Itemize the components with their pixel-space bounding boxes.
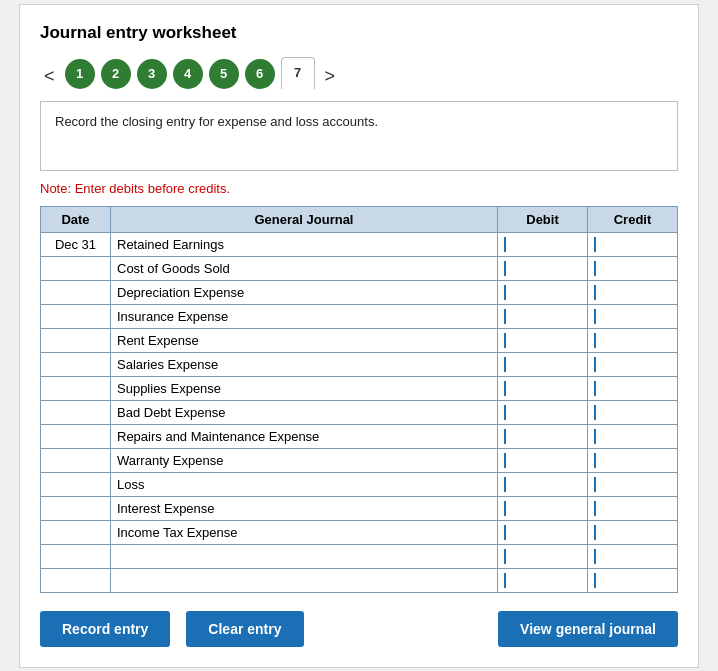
credit-input[interactable] [594, 237, 671, 252]
nav-left-arrow[interactable]: < [40, 64, 59, 89]
cell-debit[interactable] [498, 424, 588, 448]
cell-credit[interactable] [588, 232, 678, 256]
debit-input[interactable] [504, 429, 581, 444]
debit-input[interactable] [504, 501, 581, 516]
cell-debit[interactable] [498, 568, 588, 592]
debit-input[interactable] [504, 309, 581, 324]
credit-input[interactable] [594, 381, 671, 396]
debit-input[interactable] [504, 261, 581, 276]
cell-journal[interactable] [111, 256, 498, 280]
tab-7-active[interactable]: 7 [281, 57, 315, 89]
debit-input[interactable] [504, 549, 581, 564]
journal-input[interactable] [117, 549, 491, 564]
cell-credit[interactable] [588, 472, 678, 496]
cell-credit[interactable] [588, 520, 678, 544]
credit-input[interactable] [594, 501, 671, 516]
credit-input[interactable] [594, 477, 671, 492]
cell-credit[interactable] [588, 256, 678, 280]
cell-debit[interactable] [498, 448, 588, 472]
credit-input[interactable] [594, 333, 671, 348]
cell-credit[interactable] [588, 424, 678, 448]
journal-input[interactable] [117, 477, 491, 492]
cell-debit[interactable] [498, 232, 588, 256]
debit-input[interactable] [504, 381, 581, 396]
cell-credit[interactable] [588, 304, 678, 328]
credit-input[interactable] [594, 573, 671, 588]
cell-credit[interactable] [588, 352, 678, 376]
cell-journal[interactable] [111, 304, 498, 328]
tab-1[interactable]: 1 [65, 59, 95, 89]
cell-credit[interactable] [588, 544, 678, 568]
cell-credit[interactable] [588, 400, 678, 424]
debit-input[interactable] [504, 333, 581, 348]
cell-debit[interactable] [498, 280, 588, 304]
cell-debit[interactable] [498, 520, 588, 544]
journal-input[interactable] [117, 573, 491, 588]
credit-input[interactable] [594, 525, 671, 540]
nav-right-arrow[interactable]: > [321, 64, 340, 89]
cell-journal[interactable] [111, 376, 498, 400]
cell-debit[interactable] [498, 304, 588, 328]
cell-debit[interactable] [498, 376, 588, 400]
cell-journal[interactable] [111, 424, 498, 448]
credit-input[interactable] [594, 429, 671, 444]
cell-credit[interactable] [588, 448, 678, 472]
cell-journal[interactable] [111, 328, 498, 352]
tab-3[interactable]: 3 [137, 59, 167, 89]
cell-credit[interactable] [588, 568, 678, 592]
cell-debit[interactable] [498, 328, 588, 352]
cell-journal[interactable] [111, 568, 498, 592]
cell-journal[interactable] [111, 544, 498, 568]
debit-input[interactable] [504, 453, 581, 468]
cell-journal[interactable] [111, 352, 498, 376]
journal-input[interactable] [117, 405, 491, 420]
cell-debit[interactable] [498, 544, 588, 568]
cell-journal[interactable] [111, 472, 498, 496]
journal-input[interactable] [117, 525, 491, 540]
cell-journal[interactable] [111, 232, 498, 256]
cell-debit[interactable] [498, 472, 588, 496]
tab-4[interactable]: 4 [173, 59, 203, 89]
journal-input[interactable] [117, 501, 491, 516]
record-entry-button[interactable]: Record entry [40, 611, 170, 647]
credit-input[interactable] [594, 405, 671, 420]
cell-journal[interactable] [111, 496, 498, 520]
debit-input[interactable] [504, 237, 581, 252]
tab-2[interactable]: 2 [101, 59, 131, 89]
cell-credit[interactable] [588, 376, 678, 400]
cell-debit[interactable] [498, 352, 588, 376]
cell-credit[interactable] [588, 496, 678, 520]
credit-input[interactable] [594, 357, 671, 372]
cell-debit[interactable] [498, 400, 588, 424]
clear-entry-button[interactable]: Clear entry [186, 611, 303, 647]
tab-5[interactable]: 5 [209, 59, 239, 89]
cell-journal[interactable] [111, 400, 498, 424]
view-journal-button[interactable]: View general journal [498, 611, 678, 647]
cell-credit[interactable] [588, 280, 678, 304]
credit-input[interactable] [594, 549, 671, 564]
journal-input[interactable] [117, 429, 491, 444]
journal-input[interactable] [117, 357, 491, 372]
journal-input[interactable] [117, 453, 491, 468]
journal-input[interactable] [117, 309, 491, 324]
debit-input[interactable] [504, 573, 581, 588]
cell-journal[interactable] [111, 448, 498, 472]
debit-input[interactable] [504, 405, 581, 420]
credit-input[interactable] [594, 453, 671, 468]
cell-journal[interactable] [111, 520, 498, 544]
debit-input[interactable] [504, 357, 581, 372]
credit-input[interactable] [594, 261, 671, 276]
tab-6[interactable]: 6 [245, 59, 275, 89]
credit-input[interactable] [594, 309, 671, 324]
debit-input[interactable] [504, 477, 581, 492]
journal-input[interactable] [117, 237, 491, 252]
journal-input[interactable] [117, 333, 491, 348]
debit-input[interactable] [504, 285, 581, 300]
cell-debit[interactable] [498, 496, 588, 520]
debit-input[interactable] [504, 525, 581, 540]
credit-input[interactable] [594, 285, 671, 300]
cell-debit[interactable] [498, 256, 588, 280]
cell-journal[interactable] [111, 280, 498, 304]
journal-input[interactable] [117, 381, 491, 396]
journal-input[interactable] [117, 261, 491, 276]
